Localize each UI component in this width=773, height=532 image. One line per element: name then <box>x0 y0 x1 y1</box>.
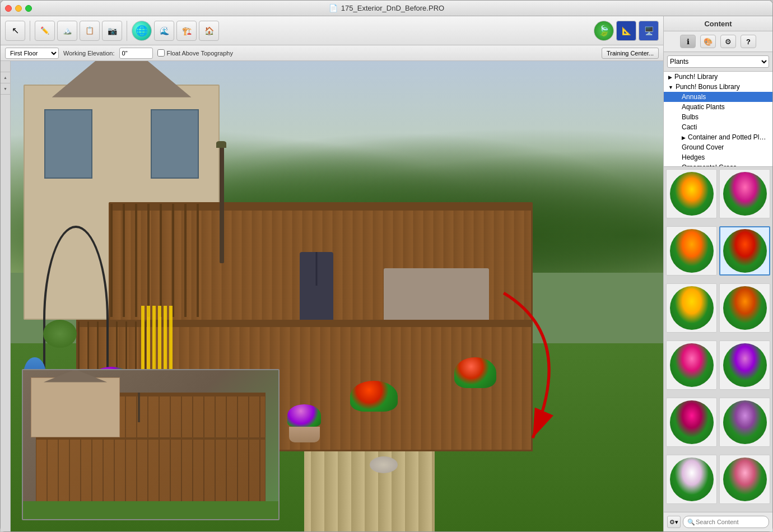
plant-cell-2[interactable] <box>719 169 770 218</box>
app-body: ↖ ✏️ 🏔️ 📋 📷 🌐 🌊 🏗️ 🏠 🍃 📐 🖥️ <box>1 16 772 531</box>
title-bar: 📄 175_Exterior_DnD_Before.PRO <box>1 1 772 16</box>
select-tool-button[interactable]: ↖ <box>5 21 25 41</box>
float-checkbox[interactable] <box>157 49 165 57</box>
plant-cell-7[interactable] <box>666 340 717 390</box>
post <box>135 204 137 317</box>
house-window-1 <box>44 109 92 179</box>
tab-help[interactable]: ? <box>741 35 756 48</box>
plant-cell-9[interactable] <box>666 398 717 447</box>
post <box>147 204 150 317</box>
globe-tool-button[interactable]: 🌐 <box>132 21 152 41</box>
plant-cell-1[interactable] <box>666 169 717 218</box>
ruler-tick-1 <box>1 61 10 72</box>
mini-lamp <box>138 393 140 422</box>
content-panel-title: Content <box>704 20 732 28</box>
category-selector[interactable]: Plants Structures Furniture Lighting <box>667 55 769 68</box>
floor-selector[interactable]: First Floor Second Floor Basement <box>5 48 59 59</box>
house-tool-button[interactable]: 🏠 <box>199 21 219 41</box>
traffic-lights <box>5 5 32 12</box>
flower-pot <box>285 404 324 444</box>
file-icon: 📄 <box>329 4 338 12</box>
tree-item-annuals[interactable]: Annuals <box>664 92 772 102</box>
tree-item-cacti[interactable]: Cacti <box>664 122 772 132</box>
house-window-2 <box>151 109 199 179</box>
flower-cluster-front-2 <box>350 381 398 412</box>
post <box>184 204 187 317</box>
settings-gear-button[interactable]: ⚙▾ <box>667 516 681 528</box>
structure-tool-button[interactable]: 🏗️ <box>176 21 197 41</box>
panel-tabs: ℹ 🎨 ⚙ ? <box>664 31 772 52</box>
mini-roof <box>36 370 115 382</box>
tree-item-bulbs[interactable]: Bulbs <box>664 112 772 122</box>
viewport[interactable] <box>11 61 663 531</box>
post <box>123 204 125 317</box>
tab-settings-panel[interactable]: ⚙ <box>720 35 736 48</box>
ruler-tick-2: ▲ <box>1 72 10 83</box>
plant-cell-3[interactable] <box>666 226 717 276</box>
tree-item-ground-cover[interactable]: Ground Cover <box>664 142 772 152</box>
lamp-post <box>220 146 224 263</box>
water-tool-button[interactable]: 🌊 <box>154 21 174 41</box>
panel-bottom: ⚙▾ 🔍 <box>664 512 772 531</box>
flower-cluster-right-1 <box>454 357 496 388</box>
ruler-tick-3: ▼ <box>1 83 10 95</box>
viewport-main: ▲ ▼ <box>1 61 663 531</box>
plant-cell-8[interactable] <box>719 340 770 390</box>
close-button[interactable] <box>5 5 12 12</box>
tree-item-hedges[interactable]: Hedges <box>664 152 772 162</box>
mini-railing-2 <box>36 437 265 440</box>
leaf-tool-button[interactable]: 🍃 <box>594 21 614 41</box>
content-panel-header: Content <box>664 16 772 31</box>
toolbar-separator-2 <box>127 21 127 41</box>
terrain-tool-button[interactable]: 🏔️ <box>57 21 77 41</box>
plant-cell-4[interactable] <box>719 226 770 276</box>
toolbar-separator-1 <box>30 21 30 41</box>
tree-item-ornamental-grass[interactable]: Ornamental Grass <box>664 162 772 167</box>
center-area: ↖ ✏️ 🏔️ 📋 📷 🌐 🌊 🏗️ 🏠 🍃 📐 🖥️ <box>1 16 663 531</box>
mini-ground <box>23 501 278 519</box>
camera-tool-button[interactable]: 📷 <box>102 21 122 41</box>
right-panel: Content ℹ 🎨 ⚙ ? Plants Structures Furnit… <box>663 16 772 531</box>
plant-cell-5[interactable] <box>666 283 717 333</box>
plan-tool-button[interactable]: 📋 <box>80 21 100 41</box>
training-center-button[interactable]: Training Center... <box>602 48 659 59</box>
expand-icon: ▼ <box>668 85 673 90</box>
mini-house <box>31 377 120 437</box>
expand-icon: ▶ <box>668 74 672 80</box>
post <box>172 204 174 317</box>
tree-item-bonus-library[interactable]: ▼Punch! Bonus Library <box>664 82 772 92</box>
grill-pipe <box>315 252 317 286</box>
post <box>197 204 199 317</box>
pencil-tool-button[interactable]: ✏️ <box>35 21 55 41</box>
float-checkbox-label[interactable]: Float Above Topography <box>157 49 233 57</box>
post <box>160 204 162 317</box>
mini-preview <box>22 369 280 520</box>
tab-color[interactable]: 🎨 <box>700 35 716 48</box>
plant-cell-11[interactable] <box>666 455 717 504</box>
plant-cell-10[interactable] <box>719 398 770 447</box>
minimize-button[interactable] <box>15 5 22 12</box>
shrub-left <box>43 320 77 348</box>
deck-railing-top <box>110 204 531 211</box>
window-title: 📄 175_Exterior_DnD_Before.PRO <box>329 4 444 12</box>
tree-item-aquatic-plants[interactable]: Aquatic Plants <box>664 102 772 112</box>
monitor-tool-button[interactable]: 🖥️ <box>639 21 659 41</box>
main-window: 📄 175_Exterior_DnD_Before.PRO ↖ ✏️ 🏔️ 📋 … <box>0 0 773 532</box>
maximize-button[interactable] <box>25 5 32 12</box>
library-tree: ▶Punch! Library ▼Punch! Bonus Library An… <box>664 72 772 167</box>
plant-cell-6[interactable] <box>719 283 770 333</box>
tree-item-punch-library[interactable]: ▶Punch! Library <box>664 72 772 82</box>
expand-icon: ▶ <box>682 135 686 141</box>
working-elevation-label: Working Elevation: <box>63 50 115 57</box>
elevation-input[interactable] <box>119 48 153 59</box>
post <box>110 204 113 317</box>
tree-item-container-plants[interactable]: ▶Container and Potted Plants <box>664 132 772 142</box>
elevation-bar: First Floor Second Floor Basement Workin… <box>1 45 663 61</box>
search-wrapper: 🔍 <box>683 516 769 528</box>
search-input[interactable] <box>683 516 769 528</box>
left-ruler: ▲ ▼ <box>1 61 11 531</box>
plant-cell-12[interactable] <box>719 455 770 504</box>
tab-info[interactable]: ℹ <box>680 35 696 48</box>
blueprint-tool-button[interactable]: 📐 <box>616 21 636 41</box>
lamp-head <box>216 141 226 148</box>
